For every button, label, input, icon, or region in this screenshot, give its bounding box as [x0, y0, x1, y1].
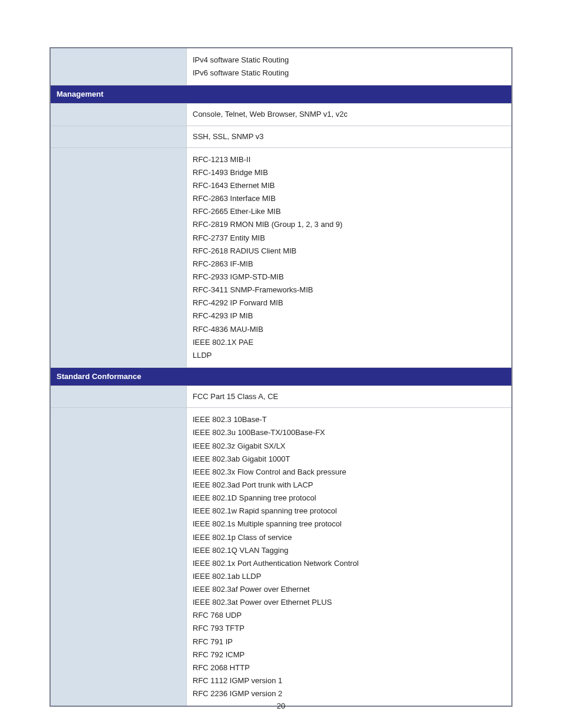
row-compliance: IEEE 802.3 10Base-TIEEE 802.3u 100Base-T… — [50, 408, 512, 707]
list-item: RFC-2665 Ether-Like MIB — [193, 206, 505, 218]
list-item: RFC 793 TFTP — [193, 622, 505, 634]
compliance-value: IEEE 802.3 10Base-TIEEE 802.3u 100Base-T… — [187, 408, 513, 707]
secure-mgmt-label — [50, 126, 187, 147]
list-item: IEEE 802.3ad Port trunk with LACP — [193, 479, 505, 491]
list-item: RFC-2863 IF-MIB — [193, 258, 505, 270]
regulatory-value: FCC Part 15 Class A, CE — [187, 386, 513, 408]
page-number: 20 — [0, 701, 562, 710]
list-item: RFC 2068 HTTP — [193, 662, 505, 674]
compliance-label — [50, 408, 187, 707]
row-mibs: RFC-1213 MIB-IIRFC-1493 Bridge MIBRFC-16… — [50, 147, 512, 367]
basic-mgmt-label — [50, 104, 187, 126]
section-management: Management — [50, 85, 512, 104]
routing-label — [50, 48, 187, 85]
list-item: IEEE 802.1ab LLDP — [193, 571, 505, 582]
list-item: RFC 1112 IGMP version 1 — [193, 675, 505, 687]
list-item: IEEE 802.1Q VLAN Tagging — [193, 545, 505, 556]
list-item: IPv4 software Static Routing — [193, 54, 505, 66]
list-item: RFC 791 IP — [193, 636, 505, 648]
row-basic-mgmt: Console, Telnet, Web Browser, SNMP v1, v… — [50, 104, 512, 126]
list-item: RFC-4292 IP Forward MIB — [193, 297, 505, 309]
section-management-title: Management — [50, 85, 512, 104]
list-item: RFC 768 UDP — [193, 610, 505, 621]
list-item: RFC-1493 Bridge MIB — [193, 167, 505, 179]
mibs-value: RFC-1213 MIB-IIRFC-1493 Bridge MIBRFC-16… — [187, 147, 513, 367]
row-secure-mgmt: SSH, SSL, SNMP v3 — [50, 126, 512, 147]
row-regulatory: FCC Part 15 Class A, CE — [50, 386, 512, 408]
list-item: IEEE 802.3at Power over Ethernet PLUS — [193, 597, 505, 608]
list-item: IEEE 802.1X PAE — [193, 337, 505, 348]
list-item: RFC-1643 Ethernet MIB — [193, 180, 505, 192]
list-item: LLDP — [193, 350, 505, 361]
routing-value: IPv4 software Static RoutingIPv6 softwar… — [187, 48, 513, 85]
list-item: IPv6 software Static Routing — [193, 67, 505, 79]
list-item: IEEE 802.3 10Base-T — [193, 414, 505, 426]
list-item: IEEE 802.3ab Gigabit 1000T — [193, 453, 505, 465]
list-item: RFC 792 ICMP — [193, 649, 505, 661]
list-item: RFC-2933 IGMP-STD-MIB — [193, 271, 505, 283]
list-item: RFC-2819 RMON MIB (Group 1, 2, 3 and 9) — [193, 219, 505, 230]
list-item: IEEE 802.1D Spanning tree protocol — [193, 492, 505, 504]
row-routing: IPv4 software Static RoutingIPv6 softwar… — [50, 48, 512, 85]
section-standard-conformance: Standard Conformance — [50, 367, 512, 386]
list-item: IEEE 802.3x Flow Control and Back pressu… — [193, 466, 505, 478]
list-item: IEEE 802.3u 100Base-TX/100Base-FX — [193, 427, 505, 439]
list-item: RFC-2737 Entity MIB — [193, 232, 505, 244]
list-item: RFC-1213 MIB-II — [193, 154, 505, 166]
list-item: IEEE 802.3af Power over Ethernet — [193, 584, 505, 595]
spec-table: IPv4 software Static RoutingIPv6 softwar… — [49, 47, 513, 707]
list-item: RFC-4293 IP MIB — [193, 310, 505, 322]
list-item: IEEE 802.1s Multiple spanning tree proto… — [193, 518, 505, 530]
section-standard-title: Standard Conformance — [50, 367, 512, 386]
list-item: IEEE 802.1w Rapid spanning tree protocol — [193, 505, 505, 517]
list-item: RFC-4836 MAU-MIB — [193, 324, 505, 335]
regulatory-label — [50, 386, 187, 408]
list-item: RFC-3411 SNMP-Frameworks-MIB — [193, 284, 505, 296]
page: IPv4 software Static RoutingIPv6 softwar… — [0, 0, 562, 728]
list-item: IEEE 802.3z Gigabit SX/LX — [193, 440, 505, 452]
secure-mgmt-value: SSH, SSL, SNMP v3 — [187, 126, 513, 147]
list-item: RFC 2236 IGMP version 2 — [193, 688, 505, 700]
list-item: RFC-2618 RADIUS Client MIB — [193, 245, 505, 257]
list-item: IEEE 802.1x Port Authentication Network … — [193, 558, 505, 569]
list-item: RFC-2863 Interface MIB — [193, 193, 505, 205]
list-item: IEEE 802.1p Class of service — [193, 532, 505, 543]
basic-mgmt-value: Console, Telnet, Web Browser, SNMP v1, v… — [187, 104, 513, 126]
mibs-label — [50, 147, 187, 367]
